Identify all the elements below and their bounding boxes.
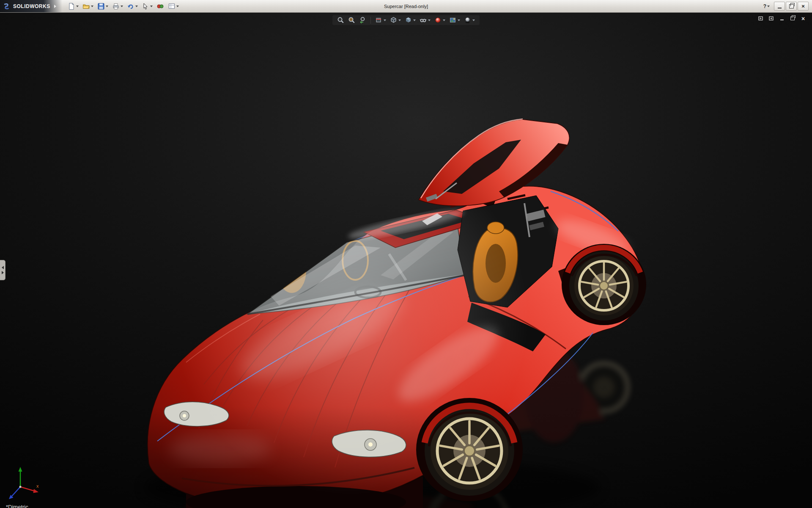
arrange-next-icon	[768, 16, 774, 21]
hide-show-items-dropdown-icon[interactable]	[428, 19, 431, 21]
new-document-icon	[68, 3, 75, 10]
edit-appearance-dropdown-icon[interactable]	[443, 19, 445, 21]
titlebar-right-controls: ? ×	[762, 2, 812, 11]
restore-document-button[interactable]	[789, 15, 796, 22]
zoom-to-fit-button[interactable]	[337, 16, 345, 24]
featuremanager-expand-right-icon	[2, 271, 4, 274]
edit-appearance-button[interactable]	[434, 16, 446, 24]
previous-view-icon	[359, 17, 366, 24]
save-dropdown-icon[interactable]	[106, 6, 108, 7]
zoom-to-fit-icon	[337, 17, 344, 24]
model-canvas[interactable]: x	[0, 12, 812, 508]
edit-appearance-icon	[434, 17, 442, 24]
section-view-button[interactable]	[375, 16, 387, 24]
solidworks-logo-icon	[3, 2, 11, 11]
apply-scene-button[interactable]	[449, 16, 461, 24]
display-style-button[interactable]	[404, 16, 416, 24]
app-name: SOLIDWORKS	[13, 3, 50, 9]
save-button[interactable]	[96, 2, 110, 11]
document-window-controls: ×	[757, 15, 807, 22]
restore-icon	[789, 4, 794, 8]
restore-document-icon	[790, 17, 795, 20]
window-controls: ×	[774, 2, 809, 11]
undo-icon	[127, 3, 134, 10]
help-icon: ?	[763, 3, 766, 9]
rear-wheel[interactable]	[569, 251, 639, 320]
minimize-icon	[778, 8, 782, 8]
view-settings-icon	[464, 17, 471, 24]
undo-dropdown-icon[interactable]	[135, 6, 138, 7]
previous-view-button[interactable]	[359, 16, 367, 24]
menu-expand-arrow-icon[interactable]	[54, 5, 56, 8]
display-style-icon	[405, 17, 412, 24]
view-orientation-button[interactable]	[390, 16, 401, 24]
featuremanager-expand-left-icon	[2, 266, 4, 269]
restore-button[interactable]	[786, 2, 797, 11]
new-document-button[interactable]	[66, 2, 80, 11]
new-document-dropdown-icon[interactable]	[76, 6, 79, 7]
save-icon	[97, 3, 105, 10]
help-dropdown-icon[interactable]	[767, 6, 770, 7]
hide-show-items-button[interactable]	[419, 16, 431, 24]
heads-up-view-toolbar	[332, 15, 480, 25]
display-style-dropdown-icon[interactable]	[413, 19, 416, 21]
view-orientation-label: *Dimetric	[6, 504, 28, 508]
zoom-to-area-button[interactable]	[348, 16, 356, 24]
edit-color-icon	[156, 3, 164, 10]
section-view-icon	[375, 17, 382, 24]
graphics-viewport[interactable]: x	[0, 12, 812, 508]
make-drawing-icon	[168, 3, 176, 10]
featuremanager-collapsed-tab[interactable]	[0, 260, 5, 280]
open-document-icon	[82, 3, 90, 10]
print-button[interactable]	[111, 2, 124, 11]
section-view-dropdown-icon[interactable]	[384, 19, 386, 21]
arrange-previous-icon	[758, 16, 764, 21]
zoom-to-area-icon	[348, 17, 355, 24]
close-button[interactable]: ×	[798, 2, 809, 11]
quick-access-toolbar	[66, 2, 180, 11]
print-icon	[112, 3, 120, 10]
triad-x-label: x	[36, 483, 39, 489]
view-orientation-dropdown-icon[interactable]	[398, 19, 401, 21]
headsup-separator	[370, 17, 371, 24]
solidworks-logo: SOLIDWORKS	[0, 0, 62, 12]
help-button[interactable]: ?	[762, 3, 771, 10]
make-drawing-dropdown-icon[interactable]	[176, 6, 179, 7]
minimize-document-icon	[780, 19, 784, 20]
undo-button[interactable]	[126, 2, 139, 11]
hide-show-items-icon	[420, 17, 427, 24]
close-document-icon: ×	[801, 16, 805, 22]
apply-scene-dropdown-icon[interactable]	[458, 19, 460, 21]
view-orientation-icon	[390, 17, 397, 24]
arrange-next-button[interactable]	[768, 15, 775, 22]
minimize-button[interactable]	[774, 2, 785, 11]
minimize-document-button[interactable]	[778, 15, 786, 22]
close-icon: ×	[801, 3, 805, 9]
open-document-dropdown-icon[interactable]	[91, 6, 93, 7]
title-bar[interactable]: SOLIDWORKS	[0, 0, 812, 13]
select-dropdown-icon[interactable]	[150, 6, 153, 7]
view-settings-button[interactable]	[464, 16, 475, 24]
select-button[interactable]	[140, 2, 154, 11]
close-document-button[interactable]: ×	[799, 15, 807, 22]
view-settings-dropdown-icon[interactable]	[472, 19, 475, 21]
select-pointer-icon	[142, 3, 149, 10]
print-dropdown-icon[interactable]	[121, 6, 123, 7]
open-document-button[interactable]	[81, 2, 95, 11]
make-drawing-button[interactable]	[167, 2, 180, 11]
edit-color-button[interactable]	[155, 2, 165, 11]
arrange-previous-button[interactable]	[757, 15, 765, 22]
apply-scene-icon	[449, 17, 456, 24]
